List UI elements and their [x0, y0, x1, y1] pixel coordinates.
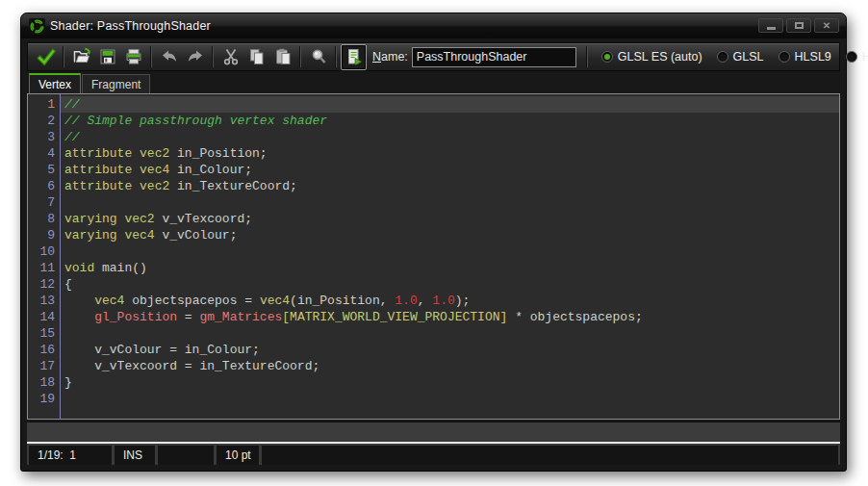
code-line[interactable]: }	[61, 374, 839, 391]
titlebar[interactable]: Shader: PassThroughShader ✕	[21, 13, 846, 38]
line-number: 2	[28, 113, 60, 129]
code-token-plain: (in_Position,	[290, 294, 395, 308]
open-button[interactable]	[68, 44, 94, 70]
code-token-comment: //	[64, 97, 80, 112]
code-line[interactable]: gl_Position = gm_Matrices[MATRIX_WORLD_V…	[61, 309, 839, 325]
tab-bar: VertexFragment	[27, 73, 840, 93]
code-line[interactable]: varying vec2 v_vTexcoord;	[61, 211, 839, 227]
print-button[interactable]	[120, 44, 146, 70]
line-number: 1	[28, 96, 60, 113]
code-line[interactable]: attribute vec2 in_Position;	[61, 145, 839, 162]
code-line[interactable]: varying vec4 v_vColour;	[61, 227, 839, 243]
status-panel-3	[158, 446, 214, 465]
code-line[interactable]: attribute vec2 in_TextureCoord;	[61, 178, 839, 194]
name-label: Name:	[372, 50, 408, 64]
code-area[interactable]: //// Simple passthrough vertex shader//a…	[61, 94, 839, 419]
code-token-builtin: gl_Position	[94, 310, 177, 324]
code-token-plain: v_vTexcoord;	[155, 212, 252, 226]
minimize-button[interactable]	[758, 18, 783, 33]
radio-hlsl11[interactable]: HLSL11	[846, 50, 868, 64]
code-token-plain: );	[455, 294, 471, 308]
code-line[interactable]: vec4 objectspacepos = vec4(in_Position, …	[61, 293, 839, 309]
maximize-button[interactable]	[786, 18, 811, 33]
code-token-plain	[64, 294, 94, 308]
radio-label: GLSL	[733, 50, 764, 64]
code-token-comment: //	[64, 130, 80, 144]
code-line[interactable]: // Simple passthrough vertex shader	[61, 113, 839, 129]
status-bar: 1/19: 1INS10 pt	[27, 444, 840, 465]
code-line[interactable]: //	[61, 96, 839, 113]
code-line[interactable]: {	[61, 276, 839, 293]
gamemaker-logo-icon	[29, 18, 45, 35]
toolbar-separator	[63, 46, 64, 67]
tab-fragment[interactable]: Fragment	[82, 74, 150, 93]
code-token-keyword: vec4	[140, 163, 169, 177]
code-line[interactable]	[61, 325, 839, 342]
paste-button[interactable]	[269, 44, 295, 70]
script-icon	[345, 47, 364, 66]
line-number: 6	[28, 178, 60, 194]
code-line[interactable]: attribute vec4 in_Colour;	[61, 162, 839, 178]
tab-vertex[interactable]: Vertex	[29, 73, 81, 93]
code-token-plain: main()	[94, 261, 147, 275]
code-token-plain: in_Position;	[169, 146, 267, 161]
code-editor[interactable]: 12345678910111213141516171819 //// Simpl…	[27, 93, 840, 420]
code-token-builtin: gm_Matrices	[199, 310, 282, 324]
code-token-keyword: varying	[64, 212, 117, 226]
code-token-plain: in_Colour;	[169, 163, 252, 177]
code-line[interactable]	[61, 391, 839, 407]
apply-button[interactable]	[33, 44, 59, 70]
window-title: Shader: PassThroughShader	[50, 19, 211, 33]
load-script-button[interactable]	[341, 44, 367, 70]
find-button[interactable]	[305, 44, 331, 70]
undo-button[interactable]	[156, 44, 182, 70]
horizontal-scrollbar[interactable]	[27, 422, 840, 444]
toolbar-separator	[299, 46, 301, 67]
code-token-plain: {	[64, 277, 72, 292]
open-folder-icon	[72, 47, 91, 66]
close-button[interactable]: ✕	[814, 18, 839, 33]
code-token-keyword: varying	[64, 228, 117, 243]
code-line[interactable]: v_vTexcoord = in_TextureCoord;	[61, 358, 839, 374]
radio-glsl-es-auto[interactable]: GLSL ES (auto)	[601, 50, 702, 64]
code-token-keyword: vec4	[260, 294, 290, 308]
line-number: 12	[28, 276, 60, 293]
radio-hlsl9[interactable]: HLSL9	[779, 50, 831, 64]
line-number: 16	[28, 342, 60, 358]
copy-button[interactable]	[243, 44, 269, 70]
radio-button-icon	[779, 51, 790, 63]
redo-button[interactable]	[182, 44, 208, 70]
status-insert-mode: INS	[115, 446, 155, 465]
code-token-number: 1.0	[432, 294, 454, 308]
cut-button[interactable]	[217, 44, 243, 70]
line-number: 13	[28, 293, 60, 309]
line-number: 9	[28, 227, 60, 243]
line-number: 7	[28, 194, 60, 211]
code-token-plain: v_vColour;	[155, 228, 238, 243]
shader-language-radio-group: GLSL ES (auto)GLSLHLSL9HLSL11	[601, 50, 868, 64]
toolbar-separator	[335, 46, 337, 67]
status-caret-position: 1/19: 1	[29, 446, 112, 465]
code-token-keyword: vec2	[124, 212, 154, 226]
code-token-keyword: attribute	[64, 163, 132, 177]
line-number: 14	[28, 309, 60, 325]
code-token-plain: objectspacepos =	[124, 294, 259, 308]
status-font-size: 10 pt	[217, 446, 259, 465]
save-button[interactable]	[94, 44, 120, 70]
toolbar-separator	[586, 46, 588, 67]
code-token-keyword: vec4	[124, 228, 154, 243]
code-line[interactable]: void main()	[61, 260, 839, 276]
shader-name-input[interactable]	[412, 47, 576, 67]
code-line[interactable]: v_vColour = in_Colour;	[61, 342, 839, 358]
code-line[interactable]	[61, 243, 839, 260]
code-token-plain: in_TextureCoord;	[169, 179, 297, 193]
code-line[interactable]: //	[61, 129, 839, 145]
toolbar-separator	[212, 46, 214, 67]
code-line[interactable]	[61, 194, 839, 211]
code-token-plain: v_vColour = in_Colour;	[64, 343, 260, 357]
code-token-plain: }	[64, 375, 72, 390]
line-number: 4	[28, 145, 60, 162]
radio-glsl[interactable]: GLSL	[717, 50, 764, 64]
code-token-keyword: vec2	[140, 179, 169, 193]
code-token-keyword: vec4	[94, 294, 124, 308]
